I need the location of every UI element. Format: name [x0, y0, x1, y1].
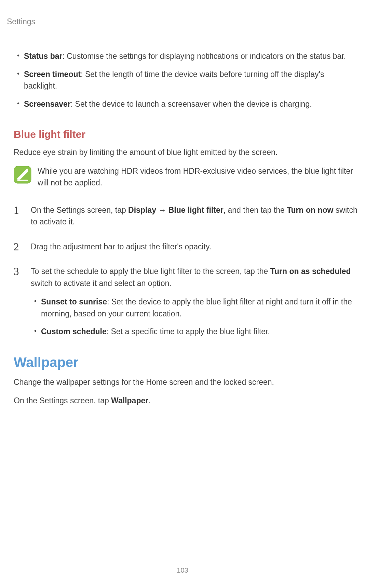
top-bullet-list: Status bar: Customise the settings for d…: [14, 50, 358, 110]
note-box: While you are watching HDR videos from H…: [14, 165, 358, 189]
description: : Customise the settings for displaying …: [62, 52, 346, 61]
instruction-text: On the Settings screen, tap: [14, 396, 111, 405]
page-header: Settings: [7, 17, 358, 26]
step-3: To set the schedule to apply the blue li…: [14, 265, 358, 338]
bold-text: Wallpaper: [111, 396, 148, 405]
description: : Set the device to launch a screensaver…: [71, 100, 312, 108]
instruction-text: .: [148, 396, 150, 405]
term: Screensaver: [24, 100, 71, 108]
term: Custom schedule: [41, 327, 107, 336]
wallpaper-instruction: On the Settings screen, tap Wallpaper.: [14, 395, 358, 407]
list-item: Sunset to sunrise: Set the device to app…: [31, 296, 358, 319]
list-item: Screen timeout: Set the length of time t…: [14, 68, 358, 92]
term: Sunset to sunrise: [41, 297, 107, 306]
wallpaper-intro: Change the wallpaper settings for the Ho…: [14, 376, 358, 388]
list-item: Screensaver: Set the device to launch a …: [14, 98, 358, 110]
step-text: Drag the adjustment bar to adjust the fi…: [31, 242, 211, 251]
description: : Set a specific time to apply the blue …: [107, 327, 270, 336]
blue-light-heading: Blue light filter: [14, 129, 358, 140]
bold-text: Display: [128, 206, 156, 214]
step-text: On the Settings screen, tap: [31, 206, 128, 214]
step-text: To set the schedule to apply the blue li…: [31, 267, 270, 276]
step-text: , and then tap the: [224, 206, 287, 214]
note-text: While you are watching HDR videos from H…: [38, 165, 358, 189]
list-item: Status bar: Customise the settings for d…: [14, 50, 358, 62]
step-1: On the Settings screen, tap Display → Bl…: [14, 204, 358, 228]
step-text: switch to activate it and select an opti…: [31, 279, 172, 288]
list-item: Custom schedule: Set a specific time to …: [31, 326, 358, 338]
blue-light-intro: Reduce eye strain by limiting the amount…: [14, 146, 358, 158]
bold-text: Turn on as scheduled: [270, 267, 351, 276]
bold-text: Turn on now: [287, 206, 333, 214]
note-icon: [14, 166, 31, 184]
arrow-icon: →: [156, 206, 168, 214]
step-2: Drag the adjustment bar to adjust the fi…: [14, 241, 358, 253]
bold-text: Blue light filter: [168, 206, 224, 214]
wallpaper-heading: Wallpaper: [14, 355, 358, 370]
numbered-steps: On the Settings screen, tap Display → Bl…: [14, 204, 358, 338]
term: Screen timeout: [24, 70, 81, 79]
sub-bullet-list: Sunset to sunrise: Set the device to app…: [31, 296, 358, 338]
term: Status bar: [24, 52, 62, 61]
page-number: 103: [177, 566, 188, 574]
